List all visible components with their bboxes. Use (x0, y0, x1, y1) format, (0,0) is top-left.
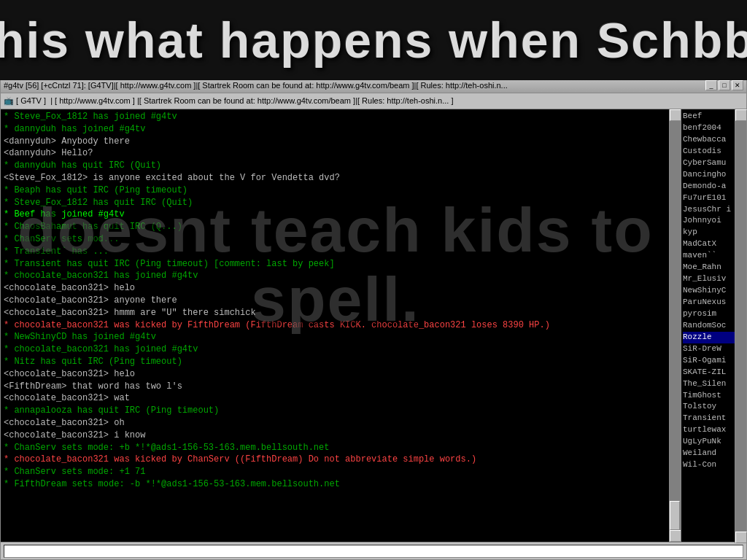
chat-line: * Steve_Fox_1812 has joined #g4tv (4, 111, 667, 123)
window-buttons: _ □ ✕ (705, 80, 743, 90)
chat-line: * dannyduh has joined #g4tv (4, 123, 667, 136)
chat-line: <chocolate_bacon321> helo (4, 282, 667, 295)
scroll-thumb[interactable] (670, 501, 680, 530)
chat-line: * Beef has joined #g4tv (4, 209, 667, 221)
chat-line: <chocolate_bacon321> helo (4, 368, 667, 381)
chat-line: * Transient has quit IRC (Ping timeout) … (4, 258, 667, 271)
scroll-down-button[interactable]: ▼ (670, 530, 681, 542)
chat-line: * Transient` has ... (4, 246, 667, 258)
chat-line: * chocolate_bacon321 was kicked by Fifth… (4, 319, 667, 332)
chat-scrollbar[interactable]: ▲ ▼ (669, 109, 681, 542)
irc-window: #g4tv [56] [+cCntzl 71]: [G4TV]|[ http:/… (0, 77, 747, 560)
chat-line: * ChaosBahamut has quit IRC (Q...) (4, 221, 667, 233)
chat-line: <chocolate_bacon321> i know (4, 429, 667, 442)
chat-line: <Steve_Fox_1812> is anyone excited about… (4, 172, 667, 184)
chat-line: * dannyduh has quit IRC (Quit) (4, 160, 667, 172)
chat-line: * FifthDream sets mode: -b *!*@ads1-156-… (4, 478, 667, 491)
chat-line: * ChanServ sets mode: +b *!*@ads1-156-53… (4, 442, 667, 454)
irc-main-area: * Steve_Fox_1812 has joined #g4tv* danny… (1, 109, 746, 542)
userlist-scroll-down[interactable]: ▼ (735, 532, 746, 542)
chat-line: * chocolate_bacon321 has joined #g4tv (4, 343, 667, 356)
chat-line: <chocolate_bacon321> hmmm are "U" there … (4, 307, 667, 319)
chat-area[interactable]: * Steve_Fox_1812 has joined #g4tv* danny… (1, 109, 681, 542)
chat-line: * ChanServ sets mod... (4, 233, 667, 246)
userlist-scroll-up[interactable]: ▲ (735, 109, 746, 121)
chat-input[interactable] (4, 545, 743, 558)
chat-line: <chocolate_bacon321> anyone there (4, 295, 667, 307)
maximize-button[interactable]: □ (719, 80, 730, 90)
chat-line: <chocolate_bacon321> oh (4, 417, 667, 429)
channel-info: 📺 [ G4TV ] | [ http://www.g4tv.com ] |[ … (4, 96, 453, 106)
titlebar-text: #g4tv [56] [+cCntzl 71]: [G4TV]|[ http:/… (4, 81, 705, 90)
channel-topbar: 📺 [ G4TV ] | [ http://www.g4tv.com ] |[ … (1, 93, 746, 109)
minimize-button[interactable]: _ (705, 80, 717, 90)
user-list: Beefbenf2004ChewbaccaCustodisCyberSamuDa… (681, 109, 746, 542)
chat-line: <FifthDream> that word has two l's (4, 381, 667, 393)
chat-line: * Beaph has quit IRC (Ping timeout) (4, 184, 667, 197)
chat-line: <dannyduh> Anybody there (4, 136, 667, 148)
chat-line: * Nitz has quit IRC (Ping timeout) (4, 356, 667, 368)
overlay-title: This what happens when Schbbs (0, 15, 747, 65)
irc-inputbar (1, 542, 746, 559)
chat-lines: * Steve_Fox_1812 has joined #g4tv* danny… (4, 111, 667, 491)
userlist-scrollbar[interactable]: ▲ ▼ (735, 109, 746, 542)
chat-line: <chocolate_bacon321> wat (4, 392, 667, 405)
chat-line: * annapalooza has quit IRC (Ping timeout… (4, 405, 667, 417)
chat-line: * chocolate_bacon321 has joined #g4tv (4, 270, 667, 282)
chat-line: * Steve_Fox_1812 has quit IRC (Quit) (4, 197, 667, 209)
chat-line: * NewShinyCD has joined #g4tv (4, 331, 667, 343)
close-button[interactable]: ✕ (732, 80, 743, 90)
overlay-banner: This what happens when Schbbs (0, 0, 747, 80)
chat-line: * ChanServ sets mode: +1 71 (4, 466, 667, 478)
chat-line: * chocolate_bacon321 was kicked by ChanS… (4, 454, 667, 466)
scroll-up-button[interactable]: ▲ (670, 109, 681, 121)
chat-line: <dannyduh> Hello? (4, 147, 667, 160)
